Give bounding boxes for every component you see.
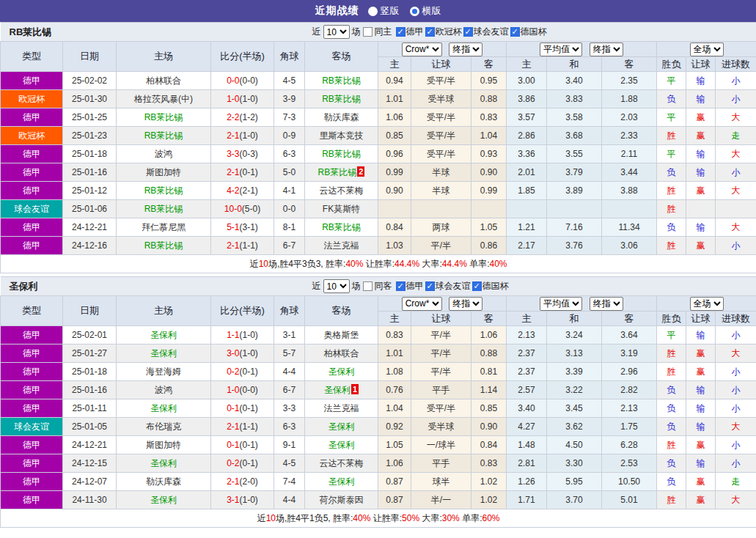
final-odds-select[interactable]: 终指 (449, 43, 482, 56)
home-team: 拜仁慕尼黑 (117, 218, 211, 237)
away-team: RB莱比锡 (305, 72, 378, 90)
avg-away: 3.88 (602, 182, 657, 200)
sub-avg-draw: 和 (547, 57, 602, 72)
league-type-badge: 德甲 (1, 182, 63, 200)
col-corner: 角球 (274, 296, 305, 326)
horizontal-layout-radio[interactable] (410, 7, 419, 16)
match-row: 德甲 25-01-18 海登海姆 0-2(0-1) 4-4 圣保利 1.08 平… (1, 363, 756, 381)
league-checkbox[interactable] (425, 27, 435, 37)
avg-home: 2.37 (507, 363, 547, 381)
result-goals: 小 (716, 436, 756, 454)
away-team: RB莱比锡 (305, 90, 378, 108)
result-goals: 大 (716, 182, 756, 200)
match-row: 球会友谊 25-01-05 布伦瑞克 2-1(1-1) 6-3 圣保利 0.92… (1, 418, 756, 436)
bookmaker-dropdown-cell: Crow* 终指 (378, 42, 507, 57)
away-team: 勒沃库森 (305, 108, 378, 127)
col-away: 客场 (305, 296, 378, 326)
summary-segment: 40% (353, 513, 370, 523)
odds-home: 0.87 (378, 473, 411, 491)
col-home: 主场 (117, 296, 211, 326)
scope-select[interactable]: 全场 (690, 297, 724, 311)
league-checkbox[interactable] (425, 281, 435, 291)
match-date: 25-01-18 (63, 363, 117, 381)
average-dropdown-cell: 平均值 终指 (507, 42, 657, 57)
league-checkbox[interactable] (463, 27, 473, 37)
home-team: 波鸿 (117, 381, 211, 399)
scope-select[interactable]: 全场 (690, 43, 724, 56)
match-count-select[interactable]: 10 (323, 25, 350, 39)
corner-count: 4-5 (274, 72, 305, 90)
match-row: 德甲 25-01-12 RB莱比锡 4-2(2-1) 4-1 云达不莱梅 0.9… (1, 182, 756, 200)
fulltime-score: 0-1 (227, 440, 239, 450)
final-odds-select-2[interactable]: 终指 (590, 43, 623, 56)
final-odds-select-2[interactable]: 终指 (590, 297, 623, 311)
matches-label: 场 (352, 280, 361, 292)
odds-away: 0.93 (471, 145, 507, 163)
avg-draw: 3.68 (547, 127, 602, 145)
corner-count: 4-4 (274, 491, 305, 509)
summary-segment: 44.4% (442, 259, 467, 269)
avg-away: 5.01 (602, 491, 657, 509)
odds-handicap: 平手 (411, 454, 471, 473)
col-type: 类型 (1, 42, 63, 72)
summary-segment: 单率: (460, 513, 482, 523)
result-outcome: 平 (657, 326, 686, 344)
result-handicap: 赢 (686, 436, 716, 454)
league-label: 德国杯 (482, 280, 509, 292)
final-odds-select[interactable]: 终指 (449, 297, 482, 311)
match-row: 德甲 24-12-21 拜仁慕尼黑 5-1(3-1) 8-1 RB莱比锡 0.8… (1, 218, 756, 237)
near-label: 近 (312, 280, 321, 292)
league-checkbox[interactable] (472, 281, 482, 291)
result-goals: 走 (716, 127, 756, 145)
match-row: 德甲 25-01-11 圣保利 0-1(0-1) 3-3 法兰克福 1.04 受… (1, 399, 756, 418)
sub-away: 客 (471, 57, 507, 72)
avg-draw: 3.89 (547, 182, 602, 200)
match-date: 25-01-06 (63, 200, 117, 218)
same-venue-checkbox[interactable] (363, 281, 373, 291)
average-select[interactable]: 平均值 (540, 43, 582, 56)
away-team: FK莫斯特 (305, 200, 378, 218)
odds-handicap: 平手 (411, 381, 471, 399)
league-label: 球会友谊 (474, 26, 509, 38)
score-cell: 0-2(0-1) (211, 454, 274, 473)
same-venue-checkbox[interactable] (363, 27, 373, 37)
avg-draw: 7.16 (547, 218, 602, 237)
sub-away: 客 (471, 312, 507, 326)
league-checkbox[interactable] (396, 281, 405, 291)
vertical-layout-radio[interactable] (368, 7, 378, 16)
match-date: 24-12-21 (63, 218, 117, 237)
bookmaker-select[interactable]: Crow* (402, 297, 442, 311)
league-type-badge: 德甲 (1, 237, 63, 255)
league-checkbox[interactable] (396, 27, 405, 37)
average-select[interactable]: 平均值 (540, 297, 582, 311)
league-type-badge: 德甲 (1, 381, 63, 399)
sub-avg-home: 主 (507, 57, 547, 72)
avg-away: 10.50 (602, 473, 657, 491)
home-team: 圣保利 (117, 344, 211, 363)
score-cell: 2-1(0-1) (211, 163, 274, 182)
match-count-select[interactable]: 10 (323, 279, 350, 293)
odds-away: 1.14 (471, 381, 507, 399)
col-score: 比分(半场) (211, 42, 274, 72)
avg-draw (547, 200, 602, 218)
bookmaker-select[interactable]: Crow* (402, 43, 442, 56)
home-team: 波鸿 (117, 145, 211, 163)
col-score: 比分(半场) (211, 296, 274, 326)
odds-away: 0.90 (471, 163, 507, 182)
avg-draw: 3.70 (547, 491, 602, 509)
league-checkbox[interactable] (510, 27, 520, 37)
odds-away (471, 200, 507, 218)
col-home: 主场 (117, 42, 211, 72)
fulltime-score: 3-1 (227, 495, 239, 505)
odds-home: 0.87 (378, 491, 411, 509)
avg-draw: 3.62 (547, 418, 602, 436)
avg-away: 3.64 (602, 326, 657, 344)
league-type-badge: 德甲 (1, 145, 63, 163)
home-team: 圣保利 (117, 491, 211, 509)
fulltime-score: 1-1 (227, 330, 239, 340)
match-date: 25-01-25 (63, 108, 117, 127)
match-row: 德甲 25-01-25 RB莱比锡 2-2(1-2) 7-3 勒沃库森 1.06… (1, 108, 756, 127)
fulltime-score: 2-1 (227, 167, 239, 177)
odds-away: 0.90 (471, 418, 507, 436)
halftime-score: (1-2) (240, 112, 258, 122)
